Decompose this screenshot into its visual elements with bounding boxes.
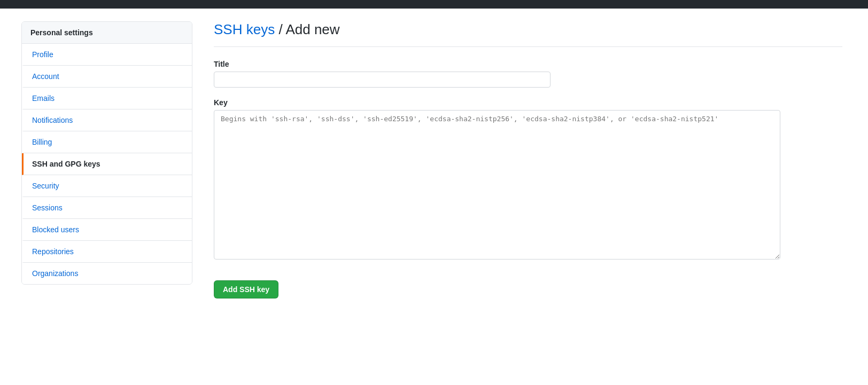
sidebar-item-organizations[interactable]: Organizations: [22, 263, 192, 284]
title-separator: /: [275, 21, 285, 37]
title-input[interactable]: [214, 72, 551, 88]
sidebar-item-profile[interactable]: Profile: [22, 44, 192, 66]
sidebar-item-blocked-users[interactable]: Blocked users: [22, 219, 192, 241]
page-wrapper: Personal settings Profile Account Emails…: [0, 9, 868, 385]
sidebar-header: Personal settings: [22, 22, 192, 44]
add-ssh-key-form: Title Key Add SSH key: [214, 60, 842, 298]
title-form-group: Title: [214, 60, 842, 88]
sidebar-item-ssh-gpg-keys[interactable]: SSH and GPG keys: [22, 153, 192, 175]
sidebar-item-security[interactable]: Security: [22, 175, 192, 197]
add-ssh-key-button[interactable]: Add SSH key: [214, 280, 278, 298]
sidebar-item-notifications[interactable]: Notifications: [22, 109, 192, 131]
page-title: SSH keys / Add new: [214, 21, 842, 47]
sidebar-item-repositories[interactable]: Repositories: [22, 241, 192, 263]
top-bar: [0, 0, 868, 9]
key-form-group: Key: [214, 98, 842, 261]
sidebar-item-billing[interactable]: Billing: [22, 131, 192, 153]
key-label: Key: [214, 98, 842, 107]
ssh-keys-breadcrumb-link[interactable]: SSH keys: [214, 21, 275, 37]
sidebar-item-sessions[interactable]: Sessions: [22, 197, 192, 219]
key-textarea[interactable]: [214, 110, 780, 260]
main-content: SSH keys / Add new Title Key Add SSH key: [210, 21, 847, 372]
title-label: Title: [214, 60, 842, 68]
sidebar-item-emails[interactable]: Emails: [22, 88, 192, 109]
sidebar-item-account[interactable]: Account: [22, 66, 192, 88]
sidebar: Personal settings Profile Account Emails…: [21, 21, 192, 285]
title-current: Add new: [285, 21, 339, 37]
